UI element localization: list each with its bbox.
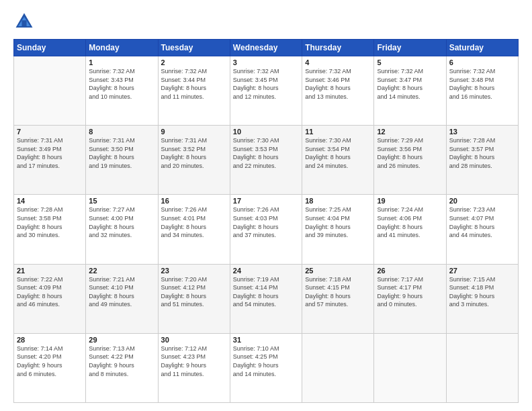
day-info: Sunrise: 7:32 AM Sunset: 3:47 PM Dayligh… <box>377 67 443 101</box>
day-cell: 11Sunrise: 7:30 AM Sunset: 3:54 PM Dayli… <box>302 126 374 195</box>
day-number: 7 <box>17 128 83 136</box>
day-number: 8 <box>89 128 154 136</box>
day-info: Sunrise: 7:28 AM Sunset: 3:57 PM Dayligh… <box>449 136 515 170</box>
day-cell: 2Sunrise: 7:32 AM Sunset: 3:44 PM Daylig… <box>158 56 230 126</box>
day-number: 5 <box>377 58 443 66</box>
day-number: 28 <box>17 336 83 344</box>
day-number: 14 <box>17 197 83 205</box>
day-number: 22 <box>89 267 154 275</box>
day-info: Sunrise: 7:12 AM Sunset: 4:23 PM Dayligh… <box>161 345 227 378</box>
day-number: 15 <box>89 197 154 205</box>
day-cell: 10Sunrise: 7:30 AM Sunset: 3:53 PM Dayli… <box>230 126 302 195</box>
day-cell <box>374 333 446 402</box>
day-number: 25 <box>305 267 371 275</box>
day-info: Sunrise: 7:21 AM Sunset: 4:10 PM Dayligh… <box>89 275 154 309</box>
day-number: 16 <box>161 197 227 205</box>
day-info: Sunrise: 7:28 AM Sunset: 3:58 PM Dayligh… <box>17 205 83 239</box>
day-cell: 4Sunrise: 7:32 AM Sunset: 3:46 PM Daylig… <box>302 56 374 126</box>
day-info: Sunrise: 7:32 AM Sunset: 3:48 PM Dayligh… <box>449 67 515 101</box>
day-cell: 23Sunrise: 7:20 AM Sunset: 4:12 PM Dayli… <box>158 264 230 333</box>
day-cell: 1Sunrise: 7:32 AM Sunset: 3:43 PM Daylig… <box>86 56 158 126</box>
week-row-3: 21Sunrise: 7:22 AM Sunset: 4:09 PM Dayli… <box>14 264 519 333</box>
day-info: Sunrise: 7:25 AM Sunset: 4:04 PM Dayligh… <box>305 205 371 239</box>
weekday-header-tuesday: Tuesday <box>158 40 230 56</box>
header <box>13 11 519 32</box>
day-info: Sunrise: 7:13 AM Sunset: 4:22 PM Dayligh… <box>89 345 154 378</box>
svg-rect-2 <box>21 20 26 28</box>
day-number: 29 <box>89 336 154 344</box>
day-cell: 22Sunrise: 7:21 AM Sunset: 4:10 PM Dayli… <box>86 264 158 333</box>
weekday-header-row: SundayMondayTuesdayWednesdayThursdayFrid… <box>14 40 519 56</box>
day-cell: 15Sunrise: 7:27 AM Sunset: 4:00 PM Dayli… <box>86 195 158 264</box>
day-number: 23 <box>161 267 227 275</box>
week-row-1: 7Sunrise: 7:31 AM Sunset: 3:49 PM Daylig… <box>14 126 519 195</box>
day-number: 4 <box>305 58 371 66</box>
weekday-header-monday: Monday <box>86 40 158 56</box>
day-cell: 29Sunrise: 7:13 AM Sunset: 4:22 PM Dayli… <box>86 333 158 402</box>
day-cell: 3Sunrise: 7:32 AM Sunset: 3:45 PM Daylig… <box>230 56 302 126</box>
week-row-4: 28Sunrise: 7:14 AM Sunset: 4:20 PM Dayli… <box>14 333 519 402</box>
day-info: Sunrise: 7:31 AM Sunset: 3:52 PM Dayligh… <box>161 136 227 170</box>
day-cell: 12Sunrise: 7:29 AM Sunset: 3:56 PM Dayli… <box>374 126 446 195</box>
weekday-header-saturday: Saturday <box>446 40 518 56</box>
day-info: Sunrise: 7:26 AM Sunset: 4:03 PM Dayligh… <box>233 205 299 239</box>
day-cell: 18Sunrise: 7:25 AM Sunset: 4:04 PM Dayli… <box>302 195 374 264</box>
day-info: Sunrise: 7:26 AM Sunset: 4:01 PM Dayligh… <box>161 205 227 239</box>
weekday-header-thursday: Thursday <box>302 40 374 56</box>
day-number: 2 <box>161 58 227 66</box>
week-row-0: 1Sunrise: 7:32 AM Sunset: 3:43 PM Daylig… <box>14 56 519 126</box>
day-number: 21 <box>17 267 83 275</box>
day-info: Sunrise: 7:15 AM Sunset: 4:18 PM Dayligh… <box>449 275 515 309</box>
day-cell: 28Sunrise: 7:14 AM Sunset: 4:20 PM Dayli… <box>14 333 86 402</box>
week-row-2: 14Sunrise: 7:28 AM Sunset: 3:58 PM Dayli… <box>14 195 519 264</box>
day-number: 10 <box>233 128 299 136</box>
day-number: 30 <box>161 336 227 344</box>
day-cell: 31Sunrise: 7:10 AM Sunset: 4:25 PM Dayli… <box>230 333 302 402</box>
logo <box>13 11 38 32</box>
day-info: Sunrise: 7:19 AM Sunset: 4:14 PM Dayligh… <box>233 275 299 309</box>
day-cell <box>302 333 374 402</box>
day-info: Sunrise: 7:22 AM Sunset: 4:09 PM Dayligh… <box>17 275 83 309</box>
day-info: Sunrise: 7:31 AM Sunset: 3:50 PM Dayligh… <box>89 136 154 170</box>
day-number: 26 <box>377 267 443 275</box>
day-info: Sunrise: 7:31 AM Sunset: 3:49 PM Dayligh… <box>17 136 83 170</box>
day-number: 12 <box>377 128 443 136</box>
day-number: 31 <box>233 336 299 344</box>
weekday-header-sunday: Sunday <box>14 40 86 56</box>
day-cell: 19Sunrise: 7:24 AM Sunset: 4:06 PM Dayli… <box>374 195 446 264</box>
page: SundayMondayTuesdayWednesdayThursdayFrid… <box>0 0 532 411</box>
day-number: 3 <box>233 58 299 66</box>
day-number: 13 <box>449 128 515 136</box>
day-info: Sunrise: 7:27 AM Sunset: 4:00 PM Dayligh… <box>89 205 154 239</box>
day-info: Sunrise: 7:24 AM Sunset: 4:06 PM Dayligh… <box>377 205 443 239</box>
day-number: 17 <box>233 197 299 205</box>
day-number: 27 <box>449 267 515 275</box>
day-number: 11 <box>305 128 371 136</box>
day-cell: 17Sunrise: 7:26 AM Sunset: 4:03 PM Dayli… <box>230 195 302 264</box>
day-info: Sunrise: 7:32 AM Sunset: 3:46 PM Dayligh… <box>305 67 371 101</box>
day-cell: 14Sunrise: 7:28 AM Sunset: 3:58 PM Dayli… <box>14 195 86 264</box>
day-cell: 30Sunrise: 7:12 AM Sunset: 4:23 PM Dayli… <box>158 333 230 402</box>
day-cell: 25Sunrise: 7:18 AM Sunset: 4:15 PM Dayli… <box>302 264 374 333</box>
day-info: Sunrise: 7:23 AM Sunset: 4:07 PM Dayligh… <box>449 205 515 239</box>
day-cell: 8Sunrise: 7:31 AM Sunset: 3:50 PM Daylig… <box>86 126 158 195</box>
day-cell: 9Sunrise: 7:31 AM Sunset: 3:52 PM Daylig… <box>158 126 230 195</box>
day-cell <box>14 56 86 126</box>
day-number: 20 <box>449 197 515 205</box>
day-info: Sunrise: 7:17 AM Sunset: 4:17 PM Dayligh… <box>377 275 443 309</box>
day-cell: 6Sunrise: 7:32 AM Sunset: 3:48 PM Daylig… <box>446 56 518 126</box>
day-cell: 21Sunrise: 7:22 AM Sunset: 4:09 PM Dayli… <box>14 264 86 333</box>
day-info: Sunrise: 7:14 AM Sunset: 4:20 PM Dayligh… <box>17 345 83 378</box>
day-number: 18 <box>305 197 371 205</box>
day-cell: 5Sunrise: 7:32 AM Sunset: 3:47 PM Daylig… <box>374 56 446 126</box>
logo-icon <box>13 11 35 32</box>
day-number: 1 <box>89 58 154 66</box>
day-cell: 16Sunrise: 7:26 AM Sunset: 4:01 PM Dayli… <box>158 195 230 264</box>
day-cell <box>446 333 518 402</box>
weekday-header-wednesday: Wednesday <box>230 40 302 56</box>
day-cell: 20Sunrise: 7:23 AM Sunset: 4:07 PM Dayli… <box>446 195 518 264</box>
day-info: Sunrise: 7:30 AM Sunset: 3:53 PM Dayligh… <box>233 136 299 170</box>
day-cell: 27Sunrise: 7:15 AM Sunset: 4:18 PM Dayli… <box>446 264 518 333</box>
day-cell: 24Sunrise: 7:19 AM Sunset: 4:14 PM Dayli… <box>230 264 302 333</box>
day-number: 9 <box>161 128 227 136</box>
